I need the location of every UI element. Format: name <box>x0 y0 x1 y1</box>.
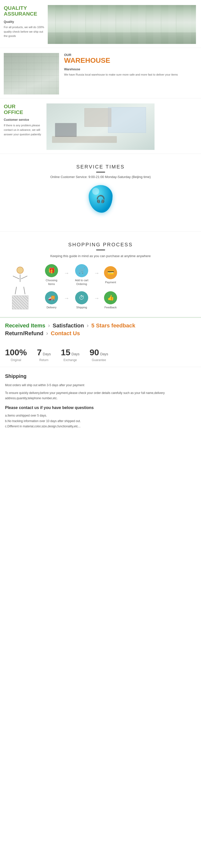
step-cart: 🛒 Add to cartOrdering <box>70 264 93 286</box>
shipping-contact-list: a.Items unshipped over 5 days. b.No trac… <box>5 413 196 429</box>
guarantee-exchange-number: 15 <box>61 347 70 357</box>
step-payment-icon: 💳 <box>104 266 117 279</box>
guarantee-guarantee-label: Guarantee <box>89 358 108 362</box>
step-cart-label: Add to cartOrdering <box>75 278 88 286</box>
guarantee-guarantee-unit: Days <box>100 352 108 356</box>
guarantee-exchange-label: Exchange <box>61 358 79 362</box>
feedback-arrow3: › <box>45 330 49 337</box>
warehouse-section: OUR WAREHOUSE Warehouse We have Russia l… <box>0 48 201 98</box>
mascot-pixel-box <box>12 296 28 309</box>
step-cart-icon: 🛒 <box>75 264 88 277</box>
service-hours: Online Customer Service: 9:00-21:00 Mond… <box>5 175 196 179</box>
shipping-text1: Most orders will ship out within 3-5 day… <box>5 383 196 388</box>
step-payment-label: Payment <box>105 280 116 284</box>
step-shipping-icon: ⏱ <box>75 291 88 304</box>
guarantee-original-label: Original <box>5 358 27 362</box>
shipping-text2: To ensure quickly delivery,before your p… <box>5 391 196 401</box>
step-payment: 💳 Payment <box>100 266 121 284</box>
warehouse-text: OUR WAREHOUSE Warehouse We have Russia l… <box>59 53 197 94</box>
quality-title: QUALITY ASSURANCE <box>4 5 45 17</box>
step-shipping-label: Shipping <box>76 306 87 309</box>
step-choosing: 🎁 ChoosingItems <box>40 264 63 286</box>
feedback-return: Return/Refund <box>4 330 45 337</box>
feedback-satisfaction: Satisfaction <box>52 322 85 329</box>
quality-text: QUALITY ASSURANCE Quality For all produc… <box>4 5 48 44</box>
shipping-list-item-1: a.Items unshipped over 5 days. <box>5 413 196 418</box>
shopping-title: SHOPPING PROCESS <box>5 242 196 248</box>
step-feedback-icon: 👍 <box>104 291 117 304</box>
guarantee-return-number: 7 <box>37 347 42 357</box>
guarantee-guarantee: 90 Days Guarantee <box>89 347 108 362</box>
shipping-contact-title: Please contact us if you have below ques… <box>5 405 196 410</box>
shipping-section: Shipping Most orders will ship out withi… <box>0 367 201 436</box>
shipping-list-item-2: b.No tracking information over 10 days a… <box>5 418 196 424</box>
guarantee-exchange: 15 Days Exchange <box>61 347 79 362</box>
step-arrow-1: → <box>64 271 69 276</box>
office-title: OUR OFFICE <box>4 103 44 115</box>
mascot-area <box>5 264 35 309</box>
step-delivery: 🚚 Delivery <box>40 291 63 309</box>
feedback-arrow1: › <box>47 322 51 329</box>
feedback-banner: Received Items › Satisfaction › 5 Stars … <box>0 317 201 342</box>
step-shipping: ⏱ Shipping <box>70 291 93 309</box>
quality-desc: For all products, we will do 100% qualit… <box>4 25 45 38</box>
office-text: OUR OFFICE Customer service If there is … <box>4 103 47 150</box>
step-arrow-3: → <box>64 296 69 301</box>
feedback-received: Received Items <box>4 322 47 329</box>
steps-grid: 🎁 ChoosingItems → 🛒 Add to cartOrdering … <box>40 264 196 309</box>
office-desc: If there is any problem,please contact u… <box>4 123 44 136</box>
shipping-list-item-3: c.Different in material,color,size,desig… <box>5 424 196 429</box>
shopping-underline <box>96 250 105 250</box>
warehouse-title: WAREHOUSE <box>64 57 197 65</box>
warehouse-image <box>4 53 59 94</box>
warehouse-sublabel: Warehouse <box>64 67 197 71</box>
service-image: 🎧 <box>84 185 117 218</box>
step-feedback-label: Feedback <box>105 306 117 309</box>
feedback-contact: Contact Us <box>50 330 81 337</box>
step-delivery-icon: 🚚 <box>45 291 58 304</box>
office-section: OUR OFFICE Customer service If there is … <box>0 98 201 154</box>
steps-row-1: 🎁 ChoosingItems → 🛒 Add to cartOrdering … <box>40 264 196 286</box>
step-choosing-icon: 🎁 <box>45 264 58 277</box>
step-arrow-4: → <box>94 296 99 301</box>
mascot-figure <box>10 267 30 294</box>
warehouse-desc: We have Russia local warehouse to make s… <box>64 72 197 77</box>
shopping-desc: Keeping this guide in mind as you can pu… <box>5 254 196 258</box>
quality-sublabel: Quality <box>4 20 45 24</box>
guarantee-return-unit: Days <box>43 352 51 356</box>
service-title-underline <box>96 172 105 173</box>
shopping-steps-layout: 🎁 ChoosingItems → 🛒 Add to cartOrdering … <box>5 264 196 309</box>
guarantee-return-label: Return <box>37 358 51 362</box>
guarantee-return: 7 Days Return <box>37 347 51 362</box>
feedback-line1: Received Items › Satisfaction › 5 Stars … <box>4 322 197 329</box>
service-title: SERVICE TIMES <box>5 164 196 170</box>
service-times-section: SERVICE TIMES Online Customer Service: 9… <box>0 154 201 232</box>
guarantee-original-number: 100% <box>5 347 27 357</box>
guarantee-guarantee-number: 90 <box>89 347 99 357</box>
guarantee-exchange-unit: Days <box>71 352 80 356</box>
feedback-stars: 5 Stars feedback <box>90 322 137 329</box>
step-delivery-label: Delivery <box>47 306 57 309</box>
feedback-line2: Return/Refund › Contact Us <box>4 330 197 337</box>
shipping-title: Shipping <box>5 373 196 379</box>
office-image <box>47 103 154 150</box>
step-arrow-2: → <box>94 271 99 276</box>
step-feedback: 👍 Feedback <box>100 291 121 309</box>
feedback-arrow2: › <box>86 322 89 329</box>
steps-row-2: 🚚 Delivery → ⏱ Shipping → 👍 Feedback <box>40 291 196 309</box>
quality-image <box>48 5 196 44</box>
shopping-process-section: SHOPPING PROCESS Keeping this guide in m… <box>0 232 201 317</box>
office-sublabel: Customer service <box>4 118 44 122</box>
step-choosing-label: ChoosingItems <box>46 278 57 286</box>
quality-section: QUALITY ASSURANCE Quality For all produc… <box>0 0 201 48</box>
warehouse-our: OUR <box>64 53 197 57</box>
guarantee-row: 100% Original 7 Days Return 15 Days Exch… <box>0 342 201 367</box>
guarantee-original: 100% Original <box>5 347 27 362</box>
